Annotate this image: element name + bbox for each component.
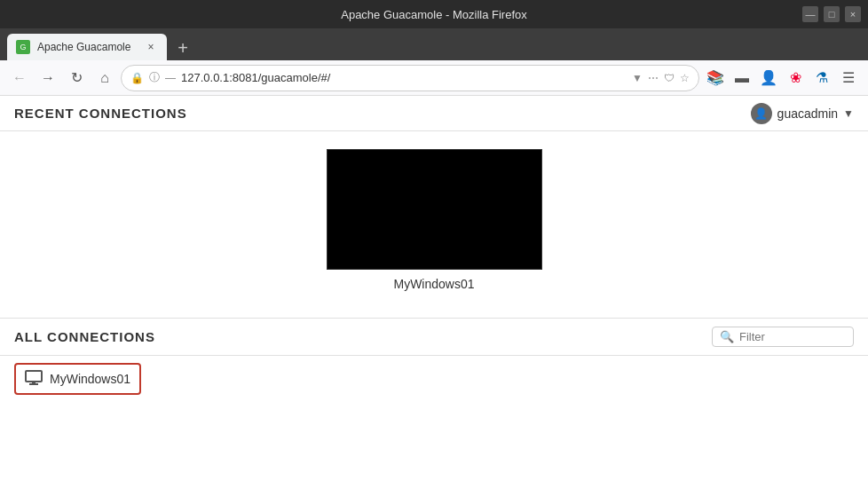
forward-button[interactable]: → xyxy=(36,66,60,91)
url-text: 127.0.0.1:8081/guacamole/#/ xyxy=(181,71,627,84)
account-icon[interactable]: 👤 xyxy=(756,66,781,91)
monitor-icon xyxy=(25,370,43,388)
menu-icon[interactable]: ☰ xyxy=(836,66,861,91)
window-controls: — □ × xyxy=(802,6,861,22)
filter-box[interactable]: 🔍 xyxy=(712,327,854,347)
security-icon: 🔒 xyxy=(130,72,144,84)
reload-button[interactable]: ↻ xyxy=(64,66,89,91)
svg-rect-1 xyxy=(32,382,36,383)
user-dropdown-arrow: ▼ xyxy=(843,107,854,120)
user-menu[interactable]: 👤 guacadmin ▼ xyxy=(751,103,854,124)
star-icon[interactable]: ☆ xyxy=(680,72,690,84)
library-icon[interactable]: 📚 xyxy=(703,66,728,91)
toolbar-icons: 📚 ▬ 👤 ❀ ⚗ ☰ xyxy=(703,66,861,91)
page-content: RECENT CONNECTIONS 👤 guacadmin ▼ MyWindo… xyxy=(0,96,868,504)
close-window-button[interactable]: × xyxy=(845,6,861,22)
browser-title: Apache Guacamole - Mozilla Firefox xyxy=(341,8,527,21)
minimize-button[interactable]: — xyxy=(802,6,818,22)
connection-name: MyWindows01 xyxy=(50,372,130,386)
filter-input[interactable] xyxy=(739,330,846,343)
maximize-button[interactable]: □ xyxy=(824,6,840,22)
reader-view-icon[interactable]: ▬ xyxy=(730,66,754,91)
browser-tab[interactable]: G Apache Guacamole × xyxy=(7,34,167,60)
connection-item[interactable]: MyWindows01 xyxy=(14,363,141,395)
tab-bar: G Apache Guacamole × + xyxy=(0,28,868,60)
connection-list: MyWindows01 xyxy=(0,356,868,402)
svg-rect-0 xyxy=(26,371,42,382)
more-icon[interactable]: ⋯ xyxy=(648,72,659,84)
pocket-icon[interactable]: ❀ xyxy=(783,66,808,91)
all-connections-title: ALL CONNECTIONS xyxy=(14,329,155,344)
new-tab-button[interactable]: + xyxy=(170,35,195,60)
home-button[interactable]: ⌂ xyxy=(92,66,117,91)
url-bar[interactable]: 🔒 ⓘ — 127.0.0.1:8081/guacamole/#/ ▼ ⋯ 🛡 … xyxy=(121,65,699,91)
browser-titlebar: Apache Guacamole - Mozilla Firefox — □ × xyxy=(0,0,868,28)
connection-thumbnail[interactable]: MyWindows01 xyxy=(327,149,542,291)
recent-connections-section: MyWindows01 xyxy=(0,131,868,318)
guac-header: RECENT CONNECTIONS 👤 guacadmin ▼ xyxy=(0,96,868,131)
shield-icon[interactable]: 🛡 xyxy=(664,72,675,84)
username: guacadmin xyxy=(777,106,839,121)
info-icon: ⓘ xyxy=(149,70,160,85)
url-dropdown-icon[interactable]: ▼ xyxy=(632,72,643,84)
thumbnail-label: MyWindows01 xyxy=(393,277,474,291)
all-connections-section: ALL CONNECTIONS 🔍 MyWindows01 xyxy=(0,318,868,402)
filter-search-icon: 🔍 xyxy=(720,330,734,343)
flask-icon[interactable]: ⚗ xyxy=(809,66,834,91)
tab-label: Apache Guacamole xyxy=(37,41,137,53)
back-button[interactable]: ← xyxy=(7,66,32,91)
lock-icon: — xyxy=(165,72,176,84)
user-avatar: 👤 xyxy=(751,103,772,124)
recent-connections-title: RECENT CONNECTIONS xyxy=(14,106,187,121)
tab-favicon: G xyxy=(16,40,30,54)
all-connections-header: ALL CONNECTIONS 🔍 xyxy=(0,319,868,356)
address-bar: ← → ↻ ⌂ 🔒 ⓘ — 127.0.0.1:8081/guacamole/#… xyxy=(0,60,868,96)
thumbnail-image xyxy=(327,149,542,270)
tab-close-button[interactable]: × xyxy=(144,40,158,54)
svg-rect-2 xyxy=(29,383,38,385)
